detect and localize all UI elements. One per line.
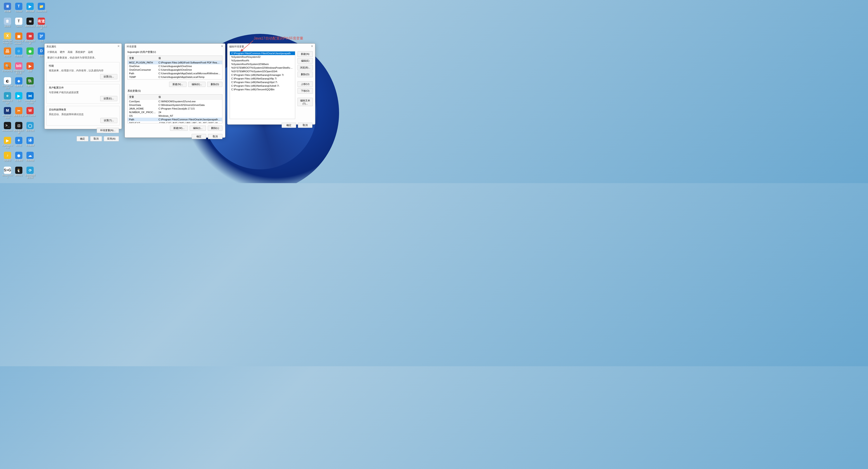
desktop-icon[interactable]: 品draw.io xyxy=(2,46,13,61)
settings-button[interactable]: 设置(T)... xyxy=(100,118,117,123)
desktop-icon[interactable]: 译百度翻译 xyxy=(24,136,36,151)
new-button[interactable]: 新建(N) xyxy=(298,51,313,57)
desktop-icon[interactable]: XXmanager Power Sui... xyxy=(2,32,13,46)
desktop-icon[interactable]: ▣VMware Workstati... xyxy=(13,32,24,46)
desktop-icon[interactable]: 🔍Everything xyxy=(2,61,13,76)
table-row[interactable]: OSWindows_NT xyxy=(128,114,222,118)
desktop-icon[interactable]: TTypora xyxy=(13,17,24,32)
titlebar[interactable]: 环境变量 ✕ xyxy=(125,43,225,49)
system-properties-window[interactable]: 系统属性 ✕ 计算机名硬件高级系统保护远程 要进行大多数更改，你必须作为管理员登… xyxy=(44,43,122,129)
new-button[interactable]: 新建(N)... xyxy=(169,82,186,87)
move-down-button[interactable]: 下移(O) xyxy=(298,88,313,94)
browse-button[interactable]: 浏览(B)... xyxy=(298,65,313,70)
desktop-icon[interactable]: 📁Claude文档 xyxy=(36,2,47,17)
close-icon[interactable]: ✕ xyxy=(117,44,120,48)
settings-button[interactable]: 设置(E)... xyxy=(100,96,117,101)
table-row[interactable]: PathC:\Program Files\Common Files\Oracle… xyxy=(128,118,222,121)
desktop-icon[interactable]: ⚘向日葵 xyxy=(13,136,24,151)
table-row[interactable]: MOZ_PLUGIN_PATHC:\Program Files (x86)\Fo… xyxy=(128,61,222,64)
desktop-icon[interactable]: ▶飞书 xyxy=(13,91,24,106)
table-row[interactable]: NUMBER_OF_PROCESSORS24 xyxy=(128,110,222,114)
desktop-icon[interactable]: ⟳百度网盘同步空间 xyxy=(24,166,36,181)
edit-button[interactable]: 编辑(I)... xyxy=(190,126,206,131)
environment-variables-window[interactable]: 环境变量 ✕ liuguanglei 的用户变量(U) 变量 值 MOZ_PLU… xyxy=(125,43,225,138)
list-item[interactable]: C:\Program Files (x86)\NetSarang\Xftp 7\ xyxy=(230,77,295,80)
delete-button[interactable]: 删除(L) xyxy=(208,126,222,131)
edit-env-var-window[interactable]: 编辑环境变量 ✕ C:\Program Files\Common Files\O… xyxy=(227,43,315,125)
list-item[interactable]: C:\Program Files (x86)\NetSarang\Xlpd 7\ xyxy=(230,80,295,84)
tab[interactable]: 计算机名 xyxy=(47,51,57,54)
edit-text-button[interactable]: 编辑文本(T)... xyxy=(298,98,313,106)
desktop-icon[interactable]: S>GScreenToGif xyxy=(2,166,13,181)
desktop-icon[interactable]: ✂剪映专业版 xyxy=(13,106,24,121)
desktop-icon[interactable]: ⋈Visual Studio Code xyxy=(24,91,36,106)
desktop-icon[interactable]: 🐘印象笔记 xyxy=(24,76,36,91)
list-item[interactable]: %SYSTEMROOT%\System32\OpenSSH\ xyxy=(230,70,295,73)
table-row[interactable]: OneDriveC:\Users\liuguanglei\OneDrive xyxy=(128,64,222,68)
list-item[interactable]: %SYSTEMROOT%\System32\WindowsPowerShell\… xyxy=(230,66,295,70)
table-row[interactable]: TEMPC:\Users\liuguanglei\AppData\Local\T… xyxy=(128,75,222,79)
desktop-icon[interactable]: ▶PotPlayer 64 bit xyxy=(2,136,13,151)
ok-button[interactable]: 确定 xyxy=(192,134,206,139)
desktop-icon[interactable]: ☁百度网盘 xyxy=(24,151,36,166)
path-entries-listbox[interactable]: C:\Program Files\Common Files\Oracle\Jav… xyxy=(230,51,295,119)
titlebar[interactable]: 系统属性 ✕ xyxy=(44,43,122,49)
desktop-icon[interactable]: WWPS Office xyxy=(24,106,36,121)
list-item[interactable]: C:\Program Files (x86)\Tencent\QQ\Bin xyxy=(230,88,295,91)
desktop-icon[interactable]: bili哔哩哔哩动画工具 xyxy=(13,61,24,76)
cancel-button[interactable]: 取消 xyxy=(298,123,312,128)
close-icon[interactable]: ✕ xyxy=(220,44,224,48)
sys-vars-listbox[interactable]: 变量 值 ComSpecC:\WINDOWS\system32\cmd.exeD… xyxy=(127,94,222,123)
list-item[interactable]: %SystemRoot%\System32\Wbem xyxy=(230,62,295,66)
table-row[interactable]: OneDriveConsumerC:\Users\liuguanglei\One… xyxy=(128,68,222,72)
desktop-icon[interactable]: ▶迅雷 xyxy=(24,61,36,76)
desktop-icon[interactable]: ✉网易邮箱大师 xyxy=(24,32,36,46)
ok-button[interactable]: 确定 xyxy=(76,136,88,141)
list-item[interactable]: %SystemRoot% xyxy=(230,59,295,62)
new-button[interactable]: 新建(W)... xyxy=(170,126,188,131)
table-row[interactable]: PathC:\Users\liuguanglei\AppData\Local\M… xyxy=(128,72,222,75)
tab[interactable]: 系统保护 xyxy=(75,51,85,54)
desktop-icon[interactable]: eMicrosoft Edge xyxy=(2,91,13,106)
move-up-button[interactable]: 上移(U) xyxy=(298,81,313,87)
table-row[interactable]: ComSpecC:\WINDOWS\system32\cmd.exe xyxy=(128,100,222,103)
env-vars-button[interactable]: 环境变量(N)... xyxy=(97,128,119,133)
desktop-icon[interactable]: 🗑回收站 xyxy=(2,17,13,32)
settings-button[interactable]: 设置(S)... xyxy=(100,74,117,79)
table-row[interactable]: JAVA_HOMEC:\Program Files\Java\jdk-17.0.… xyxy=(128,107,222,110)
desktop-icon[interactable]: ◈电脑管家 xyxy=(13,76,24,91)
desktop-icon[interactable]: ☺阿里旺旺 xyxy=(13,46,24,61)
user-vars-listbox[interactable]: 变量 值 MOZ_PLUGIN_PATHC:\Program Files (x8… xyxy=(127,56,222,79)
list-item[interactable]: C:\Program Files (x86)\NetSarang\Xmanage… xyxy=(230,73,295,77)
close-icon[interactable]: ✕ xyxy=(310,44,314,48)
tab[interactable]: 硬件 xyxy=(60,51,65,54)
table-row[interactable]: TMPC:\Users\liuguanglei\AppData\Local\Te… xyxy=(128,79,222,79)
desktop-icon[interactable]: ◯蓝牙无线 xyxy=(24,121,36,136)
list-item[interactable]: %SystemRoot%\system32 xyxy=(230,55,295,59)
desktop-icon[interactable]: ≋网易云音乐 xyxy=(24,17,36,32)
desktop-icon[interactable]: ⊡路由器放大器 xyxy=(13,121,24,136)
delete-button[interactable]: 删除(D) xyxy=(207,82,222,87)
desktop-icon[interactable]: 🖥此电脑 xyxy=(2,2,13,17)
list-item[interactable]: C:\Program Files (x86)\NetSarang\Xshell … xyxy=(230,84,295,88)
edit-button[interactable]: 编辑(E) xyxy=(298,58,313,64)
desktop-icon[interactable]: ◉微信 xyxy=(24,46,36,61)
table-row[interactable]: PATHEXT.COM;.EXE;.BAT;.CMD;.VBS;.VBE;.JS… xyxy=(128,121,222,123)
delete-button[interactable]: 删除(D) xyxy=(298,72,313,77)
desktop-icon[interactable]: MMindMas... 2020 xyxy=(2,106,13,121)
desktop-icon[interactable]: 有道网易有道词典 xyxy=(36,17,47,32)
desktop-icon[interactable]: >_MobaXterm xyxy=(2,121,13,136)
edit-button[interactable]: 编辑(E)... xyxy=(188,82,206,87)
desktop-icon[interactable]: 🐧腾讯QQ xyxy=(13,166,24,181)
desktop-icon[interactable]: TToDesk xyxy=(13,2,24,17)
cancel-button[interactable]: 取消 xyxy=(90,136,102,141)
desktop-icon[interactable]: ◉企业微信 xyxy=(13,151,24,166)
desktop-icon[interactable]: ◐Google Chrome xyxy=(2,76,13,91)
ok-button[interactable]: 确定 xyxy=(282,123,296,128)
apply-button[interactable]: 应用(A) xyxy=(104,136,119,141)
cancel-button[interactable]: 取消 xyxy=(208,134,222,139)
desktop-icon[interactable]: ▶腾讯视频 xyxy=(24,2,36,17)
table-row[interactable]: DriverDataC:\Windows\System32\Drivers\Dr… xyxy=(128,103,222,107)
tab[interactable]: 高级 xyxy=(68,51,72,54)
desktop-icon[interactable]: ♪QQ音乐 xyxy=(2,151,13,166)
